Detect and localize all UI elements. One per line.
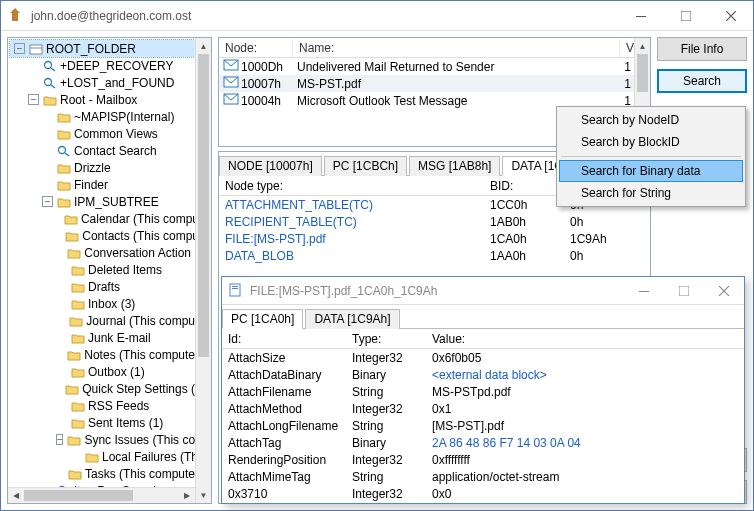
tree-item[interactable]: Conversation Action Se (10, 244, 209, 261)
cell-value: [MS-PST].pdf (432, 419, 744, 433)
tree-item[interactable]: Inbox (3) (10, 295, 209, 312)
tree-label: Contacts (This compute (82, 229, 209, 243)
property-row[interactable]: 0x3710Integer320x0 (222, 485, 744, 502)
menu-item[interactable]: Search for Binary data (559, 160, 743, 182)
tree-scrollbar-vertical[interactable]: ▲ ▼ (195, 38, 211, 503)
menu-item[interactable]: Search for String (559, 182, 743, 204)
tree-item[interactable]: −Sync Issues (This comp (10, 431, 209, 448)
tree-item[interactable]: RSS Feeds (10, 397, 209, 414)
maximize-button[interactable] (663, 1, 708, 30)
tree-label: Local Failures (This (102, 450, 207, 464)
cell-type: String (352, 470, 432, 484)
cell-type: RECIPIENT_TABLE(TC) (219, 215, 490, 229)
scroll-left-button[interactable]: ◀ (8, 488, 24, 503)
child-tab[interactable]: PC [1CA0h] (222, 309, 303, 329)
cell-id: AttachTag (222, 436, 352, 450)
scroll-thumb-h[interactable] (24, 490, 133, 501)
property-row[interactable]: AttachFilenameStringMS-PSTpd.pdf (222, 383, 744, 400)
col-node[interactable]: Node: (219, 39, 293, 57)
cell-type: Binary (352, 368, 432, 382)
tree-item[interactable]: Journal (This computer (10, 312, 209, 329)
scroll-down-button[interactable]: ▼ (196, 487, 211, 503)
collapse-icon[interactable]: − (56, 434, 63, 445)
tree-item[interactable]: Contacts (This compute (10, 227, 209, 244)
tree-item[interactable]: Contact Search (10, 142, 209, 159)
tree-item[interactable]: −IPM_SUBTREE (10, 193, 209, 210)
child-close-button[interactable] (704, 277, 744, 305)
property-row[interactable]: AttachMethodInteger320x1 (222, 400, 744, 417)
tree-item[interactable]: −ROOT_FOLDER (10, 40, 209, 57)
close-button[interactable] (708, 1, 753, 30)
scroll-right-button[interactable]: ▶ (179, 488, 195, 503)
child-minimize-button[interactable] (624, 277, 664, 305)
col-type[interactable]: Type: (352, 332, 432, 346)
cell-type: Integer32 (352, 453, 432, 467)
tree-scrollbar-horizontal[interactable]: ◀ ▶ (8, 487, 195, 503)
cell-node: 10007h (241, 77, 297, 91)
detail-child-window: FILE:[MS-PST].pdf_1CA0h_1C9Ah PC [1CA0h]… (221, 276, 745, 504)
collapse-icon[interactable]: − (42, 196, 53, 207)
tree-item[interactable]: Quick Step Settings (Th (10, 380, 209, 397)
tree-item[interactable]: −Root - Mailbox (10, 91, 209, 108)
file-info-button[interactable]: File Info (657, 37, 747, 61)
col-id[interactable]: Id: (222, 332, 352, 346)
tree-item[interactable]: Deleted Items (10, 261, 209, 278)
minimize-button[interactable] (618, 1, 663, 30)
grid-row[interactable]: 1000DhUndelivered Mail Returned to Sende… (219, 58, 650, 75)
nodetype-row[interactable]: DATA_BLOB1AA0h0h (219, 247, 650, 264)
folder-icon (69, 315, 83, 327)
nodetype-row[interactable]: FILE:[MS-PST].pdf1CA0h1C9Ah (219, 230, 650, 247)
tree-item[interactable]: ~MAPISP(Internal) (10, 108, 209, 125)
tree-item[interactable]: Drizzle (10, 159, 209, 176)
detail-tab[interactable]: NODE [10007h] (219, 156, 322, 176)
tree-label: RSS Feeds (88, 399, 149, 413)
tree-item[interactable]: Tasks (This computer o (10, 465, 209, 482)
collapse-icon[interactable]: − (14, 43, 25, 54)
property-row[interactable]: AttachDataBinaryBinary<external data blo… (222, 366, 744, 383)
cell-value[interactable]: 2A 86 48 86 F7 14 03 0A 04 (432, 436, 744, 450)
folder-icon (65, 383, 79, 395)
cell-extra: 0h (570, 215, 650, 229)
tree-item[interactable]: Junk E-mail (10, 329, 209, 346)
tree-label: IPM_SUBTREE (74, 195, 159, 209)
window-title: john.doe@thegrideon.com.ost (31, 9, 618, 23)
tree-item[interactable]: Notes (This computer o (10, 346, 209, 363)
tree-item[interactable]: +LOST_and_FOUND (10, 74, 209, 91)
tree-item[interactable]: Outbox (1) (10, 363, 209, 380)
col-node-type[interactable]: Node type: (219, 179, 490, 193)
svg-rect-17 (230, 284, 240, 296)
property-row[interactable]: AttachMimeTagStringapplication/octet-str… (222, 468, 744, 485)
col-name[interactable]: Name: (293, 39, 620, 57)
tree-item[interactable]: +DEEP_RECOVERY (10, 57, 209, 74)
tree-item[interactable]: Sent Items (1) (10, 414, 209, 431)
detail-tab[interactable]: PC [1CBCh] (324, 156, 407, 176)
child-tab[interactable]: DATA [1C9Ah] (305, 309, 399, 329)
tree-item[interactable]: Common Views (10, 125, 209, 142)
cell-bid: 1AB0h (490, 215, 570, 229)
cell-id: AttachFilename (222, 385, 352, 399)
property-row[interactable]: RenderingPositionInteger320xffffffff (222, 451, 744, 468)
menu-item[interactable]: Search by NodeID (559, 109, 743, 131)
child-maximize-button[interactable] (664, 277, 704, 305)
scroll-up-button[interactable]: ▲ (196, 38, 211, 54)
tree-item[interactable]: Drafts (10, 278, 209, 295)
nodetype-row[interactable]: RECIPIENT_TABLE(TC)1AB0h0h (219, 213, 650, 230)
property-row[interactable]: AttachTagBinary2A 86 48 86 F7 14 03 0A 0… (222, 434, 744, 451)
menu-item[interactable]: Search by BlockID (559, 131, 743, 153)
property-row[interactable]: AttachSizeInteger320x6f0b05 (222, 349, 744, 366)
tree-item[interactable]: Finder (10, 176, 209, 193)
cell-bid: 1CA0h (490, 232, 570, 246)
property-row[interactable]: AttachLongFilenameString[MS-PST].pdf (222, 417, 744, 434)
svg-rect-2 (30, 45, 42, 54)
scroll-thumb-v[interactable] (198, 54, 209, 357)
cell-value[interactable]: <external data block> (432, 368, 744, 382)
tree-item[interactable]: Calendar (This compute (10, 210, 209, 227)
grid-row[interactable]: 10007hMS-PST.pdf1 (219, 75, 650, 92)
cell-id: AttachMimeTag (222, 470, 352, 484)
collapse-icon[interactable]: − (28, 94, 39, 105)
tree-item[interactable]: Local Failures (This (10, 448, 209, 465)
col-value[interactable]: Value: (432, 332, 744, 346)
detail-tab[interactable]: MSG [1AB8h] (409, 156, 500, 176)
pkg-icon (29, 43, 43, 55)
search-button[interactable]: Search (657, 69, 747, 93)
